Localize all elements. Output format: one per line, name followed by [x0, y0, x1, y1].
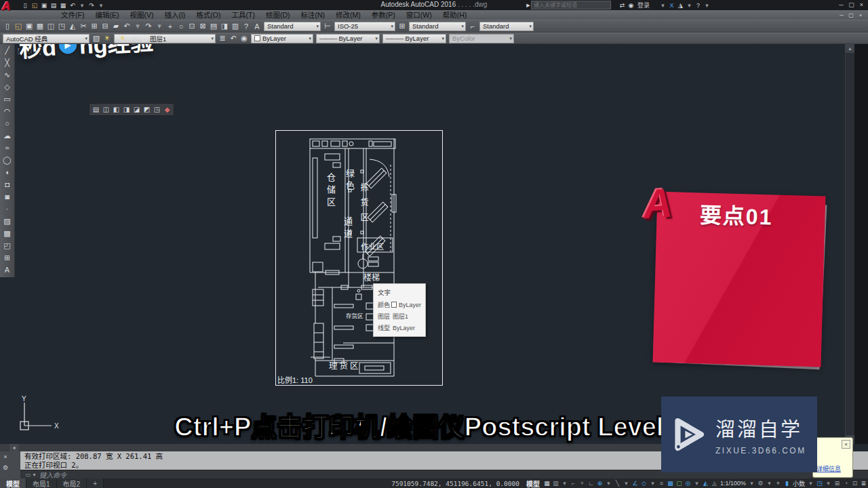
balloon-close-icon[interactable]: ×	[842, 440, 850, 449]
zoom-previous-icon[interactable]: ⊠	[197, 21, 208, 32]
plus-icon[interactable]: +	[774, 479, 783, 488]
open-file-icon[interactable]: ◱	[30, 1, 39, 9]
construction-line-icon[interactable]: ╳	[1, 56, 14, 68]
search-input[interactable]	[532, 2, 610, 8]
menu-item[interactable]: 绘图(D)	[260, 10, 296, 20]
point-icon[interactable]: ·	[1, 203, 14, 215]
zoom-window-icon[interactable]: ⊡	[186, 21, 197, 32]
chevron-down-icon[interactable]: ▾	[32, 471, 37, 479]
layer-off-icon[interactable]: ◧	[111, 104, 121, 115]
menu-item[interactable]: 工具(T)	[226, 10, 260, 20]
scroll-up-icon[interactable]: ▲	[846, 44, 854, 53]
caret-icon[interactable]: ▾	[692, 479, 701, 488]
text-style-dropdown[interactable]: Standard ▾	[264, 22, 321, 31]
autodesk-x-icon[interactable]: X	[667, 1, 676, 9]
restore-button[interactable]: ▢	[846, 0, 856, 9]
menu-item[interactable]: 插入(I)	[159, 10, 191, 20]
designcenter-icon[interactable]: ◨	[219, 21, 230, 32]
dim-style-icon[interactable]: ⊢	[322, 21, 333, 32]
scroll-left-icon[interactable]: ◂	[9, 444, 18, 451]
circle-icon[interactable]: ○	[1, 117, 14, 129]
pan-icon[interactable]: +	[165, 21, 176, 32]
dim-style-dropdown[interactable]: ISO-25 ▾	[334, 22, 395, 31]
gradient-icon[interactable]: ▩	[1, 227, 14, 239]
menu-item[interactable]: 视图(V)	[124, 10, 159, 20]
caret-icon[interactable]: ▾	[560, 479, 569, 488]
mleader-style-icon[interactable]: ⌐	[467, 21, 478, 32]
menu-item[interactable]: 修改(M)	[330, 10, 366, 20]
caret-icon[interactable]: ▾	[154, 21, 165, 32]
plot-preview-icon[interactable]: ◫	[45, 21, 56, 32]
transparency-icon[interactable]: ▩	[666, 479, 675, 488]
new-icon[interactable]: ▯	[2, 21, 13, 32]
workspace-dropdown[interactable]: AutoCAD 经典 ▾	[3, 34, 90, 43]
caret-icon[interactable]: ▾	[703, 1, 711, 9]
caret-icon[interactable]: ▾	[747, 479, 756, 488]
menu-item[interactable]: 窗口(W)	[401, 10, 437, 20]
doc-close-button[interactable]: ×	[856, 11, 865, 19]
plot-icon[interactable]: ▦	[58, 1, 68, 9]
spline-icon[interactable]: ≈	[1, 142, 14, 154]
zoom-realtime-icon[interactable]: ○	[176, 21, 186, 32]
selection-cycling-icon[interactable]: ▢	[675, 479, 684, 488]
layer-freeze-icon[interactable]: ◨	[121, 104, 132, 115]
annotation-scale-button[interactable]: 1:1/100%	[719, 480, 747, 487]
dynamic-input-icon[interactable]: +	[578, 479, 587, 488]
help-icon[interactable]: ?	[694, 1, 703, 9]
command-icon[interactable]: ▭	[24, 471, 32, 479]
ellipse-arc-icon[interactable]: ◖	[1, 166, 14, 178]
text-style-icon[interactable]: A	[252, 21, 262, 32]
mleader-style-dropdown[interactable]: Standard ▾	[479, 22, 534, 31]
caret-icon[interactable]: ▾	[622, 479, 631, 488]
properties-icon[interactable]: ▤	[208, 21, 219, 32]
menu-item[interactable]: 格式(O)	[191, 10, 226, 20]
tab-layout2[interactable]: 布局2	[57, 479, 87, 488]
search-chevron-icon[interactable]: ▸	[526, 0, 531, 11]
lock-ui-icon[interactable]: ⊞	[833, 479, 842, 488]
a360-icon[interactable]: ◮	[676, 1, 685, 9]
copy-icon[interactable]: ⊞	[89, 21, 100, 32]
quick-properties-icon[interactable]: ◳	[815, 479, 824, 488]
doc-minimize-button[interactable]: ─	[837, 11, 846, 19]
layer-isolate-icon[interactable]: ◫	[101, 104, 111, 115]
layer-walk-icon[interactable]: ◳	[152, 104, 162, 115]
doc-restore-button[interactable]: ▢	[846, 11, 856, 19]
gear-icon[interactable]: ⚙	[756, 479, 765, 488]
grid-icon[interactable]: ▦	[542, 479, 551, 488]
hardware-acceleration-icon[interactable]: ◔	[842, 479, 850, 488]
cut-icon[interactable]: ✂	[78, 21, 89, 32]
redo-icon[interactable]: ↷	[143, 21, 154, 32]
layer-states-icon[interactable]: ◉	[239, 33, 250, 44]
layer-tools-icon[interactable]: ☀	[102, 33, 113, 44]
menu-item[interactable]: 文件(F)	[56, 10, 90, 20]
caret-icon[interactable]: ▾	[824, 479, 833, 488]
tab-new-layout[interactable]: +	[87, 479, 104, 488]
saveas-icon[interactable]: ▤	[49, 1, 58, 9]
publish-icon[interactable]: ◳	[56, 21, 67, 32]
revision-cloud-icon[interactable]: ☁	[1, 129, 14, 142]
layer-lock-icon[interactable]: ◪	[132, 104, 142, 115]
caret-icon[interactable]: ▾	[806, 479, 815, 488]
polar-tracking-icon[interactable]: ⊕	[595, 479, 604, 488]
region-icon[interactable]: ◰	[1, 239, 14, 251]
vertical-scrollbar[interactable]: ▲ ▼	[845, 44, 854, 444]
new-file-icon[interactable]: ▯	[20, 1, 30, 9]
redo-icon[interactable]: ↷	[87, 1, 96, 9]
menu-item[interactable]: 编辑(E)	[90, 10, 124, 20]
layer-dropdown[interactable]: ☀◔□ 图层1 ▾	[114, 34, 216, 43]
signin-button[interactable]: 登录	[637, 1, 650, 9]
plot-style-dropdown[interactable]: ByColor ▾	[449, 34, 514, 43]
layer-unlock-icon[interactable]: ◩	[142, 104, 152, 115]
object-snap-icon[interactable]: ◇	[639, 479, 648, 488]
minimize-button[interactable]: ─	[836, 0, 846, 9]
caret-icon[interactable]: ▾	[685, 1, 694, 9]
command-close-icon[interactable]: ×	[1, 453, 9, 461]
infer-constraints-icon[interactable]: ⌐	[569, 479, 578, 488]
menu-item[interactable]: 帮助(H)	[437, 10, 473, 20]
arc-icon[interactable]: ◠	[1, 105, 14, 117]
save-icon[interactable]: ▣	[39, 1, 49, 9]
plot-icon[interactable]: ▦	[35, 21, 45, 32]
caret-icon[interactable]: ▾	[648, 479, 657, 488]
menu-item[interactable]: 参数(P)	[366, 10, 401, 20]
paste-icon[interactable]: ⊟	[100, 21, 111, 32]
